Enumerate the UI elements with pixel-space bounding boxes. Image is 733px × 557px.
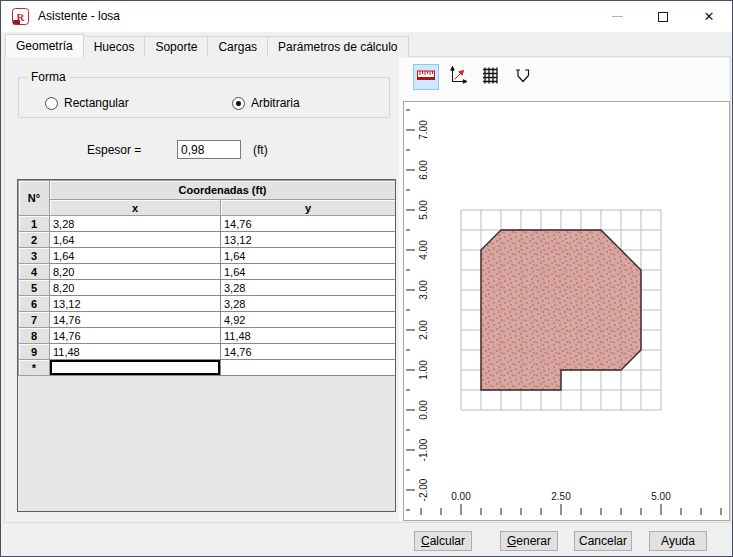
row-number[interactable]: 8 [19,328,50,344]
selected-edit-cell[interactable] [50,360,221,376]
corner-header: N° [19,181,50,216]
table-row: 911,4814,76 [19,344,396,360]
maximize-icon [658,12,668,22]
grid-icon [480,65,500,89]
cell-y[interactable]: 3,28 [221,296,396,312]
radio-arbitraria[interactable]: Arbitraria [232,96,300,110]
row-number[interactable]: 2 [19,232,50,248]
cell-y[interactable]: 1,64 [221,248,396,264]
close-button[interactable]: ✕ [686,1,732,32]
tab-strip: GeometríaHuecosSoporteCargasParámetros d… [5,34,408,57]
tab-huecos[interactable]: Huecos [83,36,146,57]
column-header-x: x [50,200,221,216]
coordinates-grid: N°Coordenadas (ft)xy13,2814,7621,6413,12… [17,179,396,512]
svg-text:7.00: 7.00 [418,120,429,140]
cell-y[interactable]: 1,64 [221,264,396,280]
cell-y[interactable]: 3,28 [221,280,396,296]
table-row: 58,203,28 [19,280,396,296]
espesor-unit: (ft) [253,143,268,157]
cell-x[interactable]: 14,76 [50,312,221,328]
plot-toolbar [413,64,535,90]
table-row: 48,201,64 [19,264,396,280]
tab-soporte[interactable]: Soporte [144,36,208,57]
svg-text:4.00: 4.00 [418,240,429,260]
row-number[interactable]: 7 [19,312,50,328]
radio-circle-icon [45,97,58,110]
svg-text:3.00: 3.00 [418,280,429,300]
plot-host: 0.002.505.007.006.005.004.003.002.001.00… [399,58,729,521]
cell-y[interactable]: 14,76 [221,216,396,232]
ruler-tool-button[interactable] [413,64,439,90]
plot-frame: 0.002.505.007.006.005.004.003.002.001.00… [403,101,730,521]
generar-button[interactable]: Generar [500,531,558,551]
cell-y[interactable]: 13,12 [221,232,396,248]
row-number[interactable]: 9 [19,344,50,360]
radio-label: Rectangular [64,96,129,110]
cell-y[interactable]: 14,76 [221,344,396,360]
window-title: Asistente - losa [38,9,120,23]
coordinates-table: N°Coordenadas (ft)xy13,2814,7621,6413,12… [18,180,396,376]
cell-y[interactable]: 4,92 [221,312,396,328]
svg-text:0.00: 0.00 [418,400,429,420]
ruler-icon [416,65,436,89]
table-row: 814,7611,48 [19,328,396,344]
tab-par-metros-de-c-lculo[interactable]: Parámetros de cálculo [267,36,408,57]
grid-tool-button[interactable] [477,64,503,90]
maximize-button[interactable] [640,1,686,32]
title-bar: R Asistente - losa ✕ [1,1,732,32]
radio-label: Arbitraria [251,96,300,110]
row-number[interactable]: 5 [19,280,50,296]
new-row-marker: * [19,360,50,376]
column-header-y: y [221,200,396,216]
cell-y[interactable]: 11,48 [221,328,396,344]
svg-text:2.00: 2.00 [418,320,429,340]
tab-cargas[interactable]: Cargas [207,36,268,57]
robot-app-icon: R [12,8,29,25]
contour-icon [512,65,532,89]
svg-text:1.00: 1.00 [418,360,429,380]
svg-text:-2.00: -2.00 [418,478,429,501]
cell-x[interactable]: 1,64 [50,248,221,264]
calcular-button[interactable]: Calcular [414,531,472,551]
cell-x[interactable]: 13,12 [50,296,221,312]
minimize-button[interactable] [594,1,640,32]
row-number[interactable]: 6 [19,296,50,312]
table-row: 21,6413,12 [19,232,396,248]
ayuda-button[interactable]: Ayuda [649,531,707,551]
cell-x[interactable]: 1,64 [50,232,221,248]
table-row: 13,2814,76 [19,216,396,232]
cell-x[interactable]: 8,20 [50,280,221,296]
row-number[interactable]: 3 [19,248,50,264]
forma-options: RectangularArbitraria [19,96,389,112]
cell-y[interactable] [221,360,396,376]
espesor-label: Espesor = [87,143,141,157]
row-number[interactable]: 1 [19,216,50,232]
geometry-tab-page: Forma RectangularArbitraria Espesor = (f… [4,56,731,523]
slab-preview-plot: 0.002.505.007.006.005.004.003.002.001.00… [404,102,729,520]
svg-text:5.00: 5.00 [418,200,429,220]
axes-icon [448,65,468,89]
svg-text:6.00: 6.00 [418,160,429,180]
cancelar-button[interactable]: Cancelar [574,531,632,551]
svg-text:0.00: 0.00 [451,491,471,502]
minimize-icon [612,16,623,17]
svg-text:-1.00: -1.00 [418,438,429,461]
contour-tool-button[interactable] [509,64,535,90]
table-row: 714,764,92 [19,312,396,328]
cell-x[interactable]: 11,48 [50,344,221,360]
axes-tool-button[interactable] [445,64,471,90]
new-row: * [19,360,396,376]
svg-text:2.50: 2.50 [551,491,571,502]
cell-x[interactable]: 8,20 [50,264,221,280]
cell-x[interactable]: 3,28 [50,216,221,232]
cell-x[interactable]: 14,76 [50,328,221,344]
tab-geometr-a[interactable]: Geometría [5,34,84,57]
table-row: 31,641,64 [19,248,396,264]
radio-rectangular[interactable]: Rectangular [45,96,129,110]
dialog-window: R Asistente - losa ✕ GeometríaHuecosSopo… [0,0,733,557]
espesor-input[interactable] [177,140,241,159]
close-icon: ✕ [704,10,715,23]
row-number[interactable]: 4 [19,264,50,280]
group-header: Coordenadas (ft) [50,181,396,200]
table-row: 613,123,28 [19,296,396,312]
